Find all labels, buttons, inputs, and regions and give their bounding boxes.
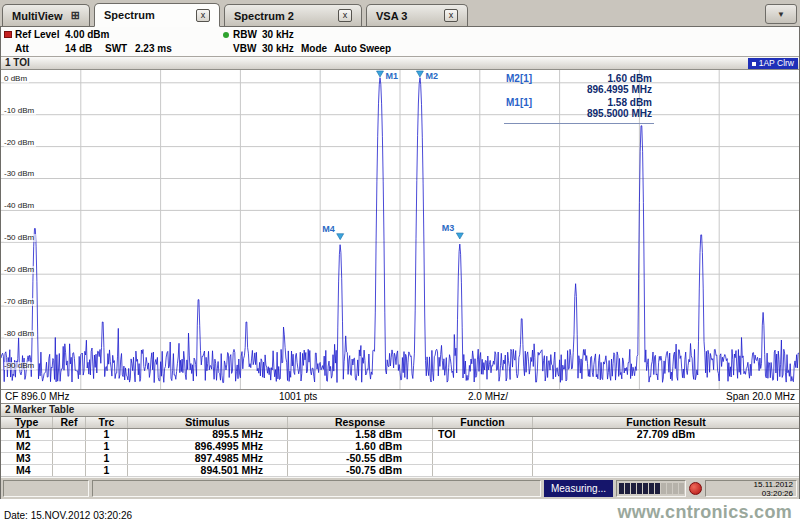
tab-spectrum[interactable]: Spectrum x	[94, 3, 220, 27]
tab-multiview[interactable]: MultiView ⊞	[2, 4, 90, 26]
marker-table-row[interactable]: M41894.501 MHz-50.75 dBm	[1, 465, 799, 477]
per-division: 2.0 MHz/	[468, 391, 508, 402]
content-frame: Ref Level 4.00 dBm RBW 30 kHz Att 14 dB …	[0, 27, 800, 499]
progress-segment	[637, 483, 642, 494]
sweep-progress-bar	[616, 480, 686, 497]
green-dot-icon	[223, 32, 229, 38]
tab-label: Spectrum	[104, 9, 155, 21]
marker-readout-name: M2[1]	[506, 73, 532, 84]
marker-table-cell	[53, 453, 86, 464]
progress-segment	[661, 483, 666, 494]
progress-segment	[619, 483, 624, 494]
marker-readout-level: 1.60 dBm	[608, 73, 652, 84]
marker-table: Type Ref Trc Stimulus Response Function …	[1, 417, 799, 477]
tab-overflow-button[interactable]: ▼	[765, 4, 797, 24]
tab-spectrum-2[interactable]: Spectrum 2 x	[224, 4, 362, 26]
trace-badge[interactable]: 1AP Clrw	[748, 58, 798, 69]
marker-table-header: Type Ref Trc Stimulus Response Function …	[1, 417, 799, 429]
marker-table-title: 2 Marker Table	[5, 404, 74, 415]
vbw-label: VBW	[233, 43, 256, 54]
footer: Date: 15.NOV.2012 03:20:26 www.cntronics…	[0, 499, 800, 525]
spectrum-plot-area[interactable]: M1M2M3M4 0 dBm-10 dBm-20 dBm-30 dBm-40 d…	[1, 70, 799, 390]
rbw-label: RBW	[233, 29, 257, 40]
status-date: 15.11.2012	[709, 480, 793, 489]
progress-segment	[679, 483, 684, 494]
marker-table-cell: 1	[86, 429, 128, 440]
marker-table-cell	[533, 453, 799, 464]
tab-label: Spectrum 2	[234, 10, 294, 22]
ref-level-label: Ref Level	[15, 29, 59, 40]
status-panel-main	[92, 480, 541, 497]
marker-table-cell: 1	[86, 453, 128, 464]
tab-vsa-3[interactable]: VSA 3 x	[366, 4, 468, 26]
marker-table-cell: M1	[1, 429, 53, 440]
ref-level-value[interactable]: 4.00 dBm	[65, 29, 109, 40]
column-header: Function Result	[533, 417, 799, 428]
marker-readout-entry[interactable]: M2[1]1.60 dBm896.4995 MHz	[506, 73, 652, 95]
marker-label: M3	[442, 223, 455, 233]
marker-readout-frequency: 895.5000 MHz	[506, 108, 652, 119]
spectrum-plot: M1M2M3M4	[1, 70, 799, 389]
marker-table-cell: 1.58 dBm	[288, 429, 433, 440]
progress-segment	[649, 483, 654, 494]
marker-table-cell: -50.55 dBm	[288, 453, 433, 464]
marker-symbol[interactable]	[416, 71, 423, 77]
progress-segment	[655, 483, 660, 494]
window-title-bar: 1 TOI 1AP Clrw	[1, 57, 799, 70]
column-header: Stimulus	[128, 417, 288, 428]
marker-table-cell: -50.75 dBm	[288, 465, 433, 476]
center-frequency[interactable]: CF 896.0 MHz	[5, 391, 69, 402]
marker-table-cell	[53, 429, 86, 440]
progress-segment	[625, 483, 630, 494]
marker-table-cell	[533, 465, 799, 476]
progress-segment	[673, 483, 678, 494]
tab-bar: MultiView ⊞ Spectrum x Spectrum 2 x VSA …	[0, 0, 800, 27]
marker-table-cell: 1.60 dBm	[288, 441, 433, 452]
status-datetime: 15.11.2012 03:20:26	[705, 480, 797, 497]
status-panel-left	[3, 480, 89, 497]
close-icon[interactable]: x	[196, 9, 210, 22]
vbw-value[interactable]: 30 kHz	[262, 43, 294, 54]
marker-table-cell	[53, 465, 86, 476]
footer-date: Date: 15.NOV.2012 03:20:26	[4, 510, 132, 521]
marker-table-row[interactable]: M31897.4985 MHz-50.55 dBm	[1, 453, 799, 465]
column-header: Type	[1, 417, 53, 428]
marker-table-cell: TOI	[433, 429, 533, 440]
close-icon[interactable]: x	[338, 9, 352, 22]
marker-table-cell: 895.5 MHz	[128, 429, 288, 440]
marker-symbol[interactable]	[377, 71, 384, 77]
marker-table-cell: 1	[86, 465, 128, 476]
swt-value[interactable]: 2.23 ms	[135, 43, 172, 54]
marker-table-cell	[433, 453, 533, 464]
marker-table-cell: 894.501 MHz	[128, 465, 288, 476]
marker-label: M4	[322, 224, 335, 234]
marker-label: M1	[386, 71, 399, 81]
mode-label: Mode	[301, 43, 327, 54]
chevron-down-icon: ▼	[777, 10, 785, 19]
marker-table-rows: M11895.5 MHz1.58 dBmTOI27.709 dBmM21896.…	[1, 429, 799, 477]
column-header: Response	[288, 417, 433, 428]
marker-symbol[interactable]	[337, 234, 344, 240]
marker-table-row[interactable]: M21896.4995 MHz1.60 dBm	[1, 441, 799, 453]
tab-label: VSA 3	[376, 10, 407, 22]
close-icon[interactable]: x	[444, 9, 458, 22]
marker-symbol[interactable]	[456, 233, 463, 239]
trace-badge-label: 1AP Clrw	[759, 58, 794, 69]
marker-table-cell: 1	[86, 441, 128, 452]
span[interactable]: Span 20.0 MHz	[726, 391, 795, 402]
alert-icon[interactable]	[689, 482, 702, 495]
rbw-value[interactable]: 30 kHz	[262, 29, 294, 40]
att-value[interactable]: 14 dB	[65, 43, 92, 54]
marker-table-cell: M2	[1, 441, 53, 452]
column-header: Ref	[53, 417, 86, 428]
marker-table-cell: M3	[1, 453, 53, 464]
marker-table-row[interactable]: M11895.5 MHz1.58 dBmTOI27.709 dBm	[1, 429, 799, 441]
marker-readout-entry[interactable]: M1[1]1.58 dBm895.5000 MHz	[506, 97, 652, 119]
marker-table-cell: M4	[1, 465, 53, 476]
window-title: 1 TOI	[5, 57, 30, 69]
marker-table-cell: 896.4995 MHz	[128, 441, 288, 452]
settings-header: Ref Level 4.00 dBm RBW 30 kHz Att 14 dB …	[1, 27, 799, 57]
column-header: Function	[433, 417, 533, 428]
mode-value[interactable]: Auto Sweep	[334, 43, 391, 54]
swt-label: SWT	[105, 43, 127, 54]
